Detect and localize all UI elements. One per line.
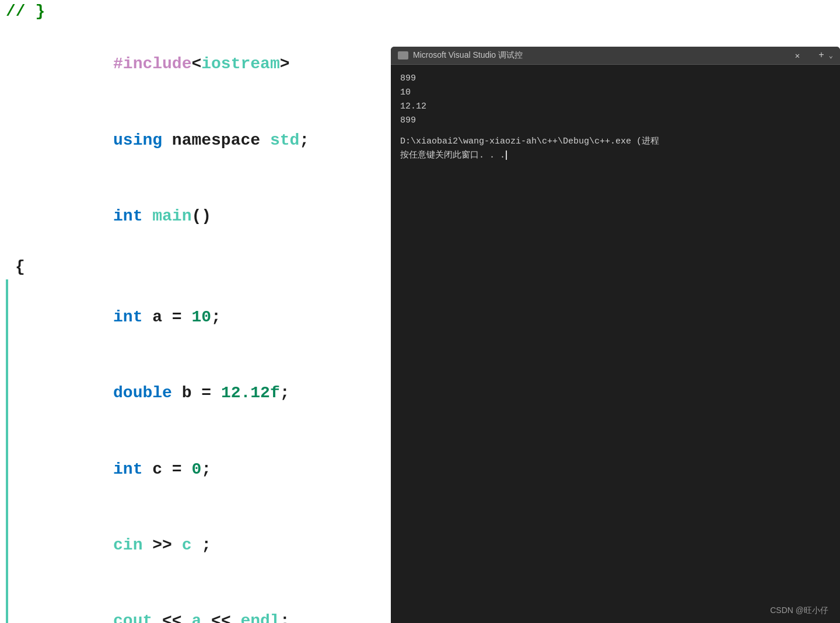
terminal-prompt-area: 按任意键关闭此窗口. . . bbox=[400, 149, 831, 163]
terminal-output-2: 10 bbox=[400, 86, 831, 100]
comment-top: // } bbox=[0, 0, 385, 20]
main-container: // } #include<iostream> using namespace … bbox=[0, 0, 840, 623]
line-bar bbox=[6, 102, 8, 178]
line-bar bbox=[6, 279, 8, 355]
svg-rect-3 bbox=[404, 56, 408, 59]
terminal-title-text: Microsoft Visual Studio 调试控 bbox=[413, 50, 788, 61]
code-line-cin: cin >> c ; bbox=[6, 507, 373, 583]
svg-rect-2 bbox=[398, 56, 402, 59]
line-bar bbox=[6, 254, 8, 279]
svg-rect-0 bbox=[398, 52, 402, 55]
code-content: #include<iostream> using namespace std; … bbox=[0, 20, 385, 623]
line-bar bbox=[6, 178, 8, 254]
terminal-add-button[interactable]: + bbox=[818, 50, 824, 61]
terminal-titlebar: Microsoft Visual Studio 调试控 ✕ + ⌄ bbox=[391, 47, 840, 65]
line-bar bbox=[6, 583, 8, 623]
line-bar bbox=[6, 355, 8, 431]
watermark: CSDN @旺小仔 bbox=[770, 606, 828, 616]
line-bar bbox=[6, 507, 8, 583]
terminal-output-3: 12.12 bbox=[400, 100, 831, 114]
code-line-cout-a: cout << a << endl; bbox=[6, 583, 373, 623]
terminal-close-button[interactable]: ✕ bbox=[795, 51, 800, 61]
code-line-using: using namespace std; bbox=[6, 102, 373, 178]
code-line-include: #include<iostream> bbox=[6, 26, 373, 102]
terminal-chevron-button[interactable]: ⌄ bbox=[829, 51, 833, 60]
svg-rect-1 bbox=[404, 52, 408, 55]
line-bar bbox=[6, 26, 8, 102]
terminal-window: Microsoft Visual Studio 调试控 ✕ + ⌄ 899 10… bbox=[391, 47, 840, 623]
terminal-path-area: D:\xiaobai2\wang-xiaozi-ah\c++\Debug\c++… bbox=[400, 135, 831, 149]
terminal-output-1: 899 bbox=[400, 72, 831, 86]
code-panel: // } #include<iostream> using namespace … bbox=[0, 0, 385, 623]
code-line-b: double b = 12.12f; bbox=[6, 355, 373, 431]
terminal-panel: Microsoft Visual Studio 调试控 ✕ + ⌄ 899 10… bbox=[385, 0, 840, 623]
code-line-a: int a = 10; bbox=[6, 279, 373, 355]
line-bar bbox=[6, 431, 8, 507]
terminal-output-4: 899 bbox=[400, 114, 831, 128]
code-line-brace-open: { bbox=[6, 254, 373, 279]
terminal-icon bbox=[398, 51, 408, 60]
terminal-cursor bbox=[506, 150, 507, 160]
code-line-c: int c = 0; bbox=[6, 431, 373, 507]
terminal-path-text: D:\xiaobai2\wang-xiaozi-ah\c++\Debug\c++… bbox=[400, 136, 659, 146]
code-line-main: int main() bbox=[6, 178, 373, 254]
terminal-prompt-text: 按任意键关闭此窗口. . . bbox=[400, 150, 505, 160]
terminal-body: 899 10 12.12 899 D:\xiaobai2\wang-xiaozi… bbox=[391, 65, 840, 623]
